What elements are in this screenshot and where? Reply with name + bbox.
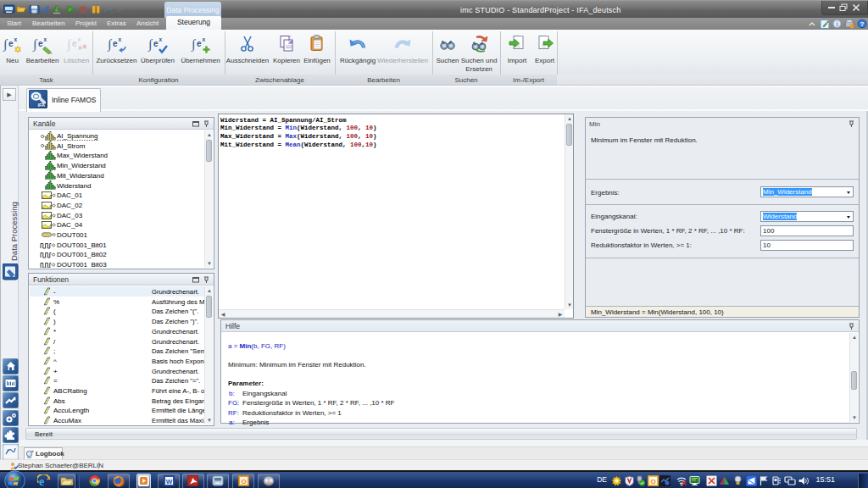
svg-text:O: O (241, 478, 246, 485)
svg-text:x: x (44, 36, 47, 42)
svg-text:∫: ∫ (191, 37, 197, 52)
svg-text:x: x (159, 36, 163, 42)
svg-text:e: e (197, 39, 202, 48)
svg-text:∫: ∫ (147, 37, 153, 52)
svg-text:x: x (14, 36, 17, 42)
svg-text:x: x (118, 36, 121, 42)
svg-text:∫: ∫ (3, 37, 8, 52)
svg-text:e: e (153, 39, 159, 48)
svg-text:∫: ∫ (66, 37, 72, 52)
svg-text:e: e (72, 39, 77, 48)
svg-text:O: O (650, 478, 655, 485)
svg-text:∫: ∫ (32, 37, 38, 52)
svg-text:e: e (113, 39, 118, 48)
svg-text:W: W (166, 478, 173, 485)
svg-text:e: e (39, 475, 44, 488)
svg-text:?: ? (860, 20, 865, 28)
svg-text:x: x (78, 36, 81, 42)
svg-text:e: e (38, 39, 43, 48)
svg-text:IFA: IFA (38, 103, 46, 108)
svg-text:e: e (8, 39, 14, 48)
svg-text:x: x (202, 36, 205, 42)
svg-text:∫: ∫ (107, 37, 113, 52)
